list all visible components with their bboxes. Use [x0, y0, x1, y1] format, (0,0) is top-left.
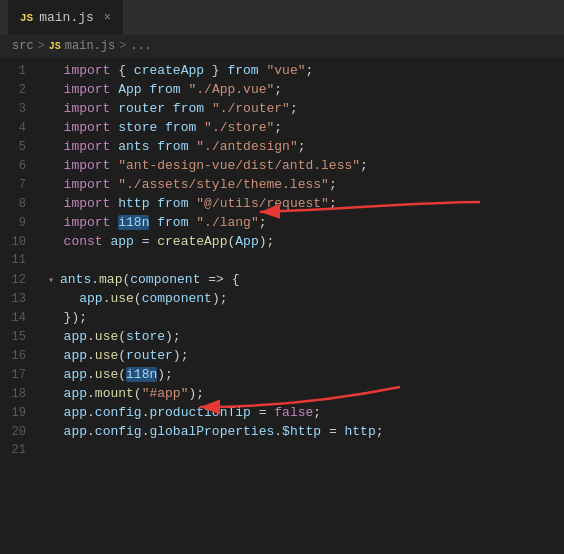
token: router: [126, 348, 173, 363]
token: from: [157, 139, 188, 154]
token: use: [110, 291, 133, 306]
token: );: [259, 234, 275, 249]
line-number: 7: [0, 176, 42, 195]
line-number: 4: [0, 119, 42, 138]
token: use: [95, 367, 118, 382]
code-line: 12▾ ants.map(component => {: [0, 270, 564, 289]
breadcrumb-sep2: >: [119, 39, 126, 53]
line-content: ▾ ants.map(component => {: [42, 270, 564, 290]
token: .: [87, 386, 95, 401]
token: "@/utils/request": [196, 196, 329, 211]
token: component: [130, 272, 200, 287]
line-number: 17: [0, 366, 42, 385]
line-number: 2: [0, 81, 42, 100]
line-number: 3: [0, 100, 42, 119]
line-content: import http from "@/utils/request";: [42, 194, 564, 213]
token: from: [149, 82, 180, 97]
token: config: [95, 424, 142, 439]
token: false: [274, 405, 313, 420]
token: from: [165, 120, 196, 135]
token: store: [126, 329, 165, 344]
line-number: 13: [0, 290, 42, 309]
line-content: app.use(i18n);: [42, 365, 564, 384]
token: globalProperties: [149, 424, 274, 439]
breadcrumb-file[interactable]: main.js: [65, 39, 115, 53]
token: router: [118, 101, 165, 116]
token: =: [134, 234, 157, 249]
token: use: [95, 348, 118, 363]
token: [64, 291, 80, 306]
token: (: [134, 291, 142, 306]
token: from: [157, 196, 188, 211]
line-content: import router from "./router";: [42, 99, 564, 118]
token: mount: [95, 386, 134, 401]
token: http: [345, 424, 376, 439]
token: use: [95, 329, 118, 344]
code-line: 17 app.use(i18n);: [0, 365, 564, 384]
token: "vue": [266, 63, 305, 78]
line-number: 19: [0, 404, 42, 423]
line-content: app.config.productionTip = false;: [42, 403, 564, 422]
code-line: 10 const app = createApp(App);: [0, 232, 564, 251]
token: (: [118, 367, 126, 382]
code-line: 4 import store from "./store";: [0, 118, 564, 137]
line-content: import "ant-design-vue/dist/antd.less";: [42, 156, 564, 175]
breadcrumb-src[interactable]: src: [12, 39, 34, 53]
token: from: [227, 63, 258, 78]
token: "./store": [204, 120, 274, 135]
code-line: 14 });: [0, 308, 564, 327]
token: ;: [274, 82, 282, 97]
code-line: 8 import http from "@/utils/request";: [0, 194, 564, 213]
token: "./assets/style/theme.less": [118, 177, 329, 192]
line-content: app.use(router);: [42, 346, 564, 365]
token: createApp: [134, 63, 204, 78]
token: $http: [282, 424, 321, 439]
token: App: [235, 234, 258, 249]
line-number: 1: [0, 62, 42, 81]
token: ;: [360, 158, 368, 173]
line-content: app.config.globalProperties.$http = http…: [42, 422, 564, 441]
breadcrumb-sep1: >: [38, 39, 45, 53]
token: );: [173, 348, 189, 363]
token: store: [118, 120, 157, 135]
token: [157, 120, 165, 135]
token: component: [142, 291, 212, 306]
code-editor: 1 import { createApp } from "vue";2 impo…: [0, 57, 564, 464]
token: import: [64, 158, 111, 173]
code-line: 21: [0, 441, 564, 460]
token: =: [251, 405, 274, 420]
code-line: 15 app.use(store);: [0, 327, 564, 346]
code-line: 7 import "./assets/style/theme.less";: [0, 175, 564, 194]
token: (: [118, 348, 126, 363]
code-line: 11: [0, 251, 564, 270]
token: app: [64, 367, 87, 382]
token: app: [79, 291, 102, 306]
fold-icon[interactable]: ▾: [48, 271, 60, 290]
token: ;: [306, 63, 314, 78]
token: import: [64, 139, 111, 154]
line-content: app.use(component);: [42, 289, 564, 308]
tab-close-button[interactable]: ×: [104, 11, 111, 25]
line-number: 8: [0, 195, 42, 214]
token: {: [110, 63, 133, 78]
token: .: [91, 272, 99, 287]
token: "./antdesign": [196, 139, 297, 154]
token: i18n: [118, 215, 149, 230]
token: import: [64, 120, 111, 135]
token: const: [64, 234, 103, 249]
token: ;: [313, 405, 321, 420]
token: ;: [290, 101, 298, 116]
token: .: [87, 329, 95, 344]
token: .: [87, 424, 95, 439]
line-number: 6: [0, 157, 42, 176]
code-line: 5 import ants from "./antdesign";: [0, 137, 564, 156]
token: productionTip: [149, 405, 250, 420]
token: .: [87, 367, 95, 382]
token: "./lang": [196, 215, 258, 230]
line-content: });: [42, 308, 564, 327]
tab-main-js[interactable]: JS main.js ×: [8, 0, 123, 35]
line-number: 14: [0, 309, 42, 328]
token: "#app": [142, 386, 189, 401]
line-number: 9: [0, 214, 42, 233]
token: .: [87, 348, 95, 363]
